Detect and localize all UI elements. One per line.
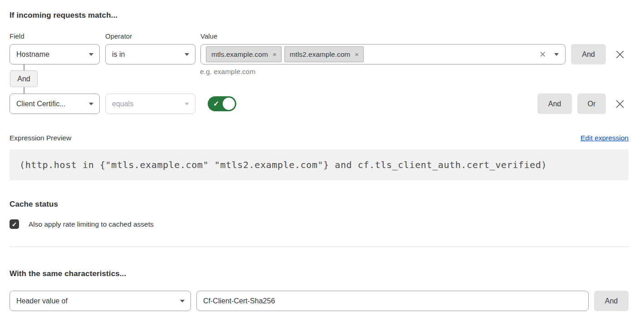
chevron-down-icon xyxy=(185,103,189,105)
field-column-label: Field xyxy=(10,32,105,40)
value-column-label: Value xyxy=(200,32,217,40)
add-characteristic-button[interactable]: And xyxy=(594,291,629,311)
expression-preview-label: Expression Preview xyxy=(10,134,71,142)
check-icon: ✓ xyxy=(213,99,219,108)
cache-checkbox-row: ✓ Also apply rate limiting to cached ass… xyxy=(10,219,629,229)
cache-checkbox[interactable]: ✓ xyxy=(10,219,19,229)
characteristic-select[interactable]: Header value of xyxy=(10,291,191,311)
chevron-down-icon xyxy=(89,53,93,56)
delete-condition-row2-icon[interactable] xyxy=(615,99,624,109)
field-select-row1[interactable]: Hostname xyxy=(10,44,100,64)
add-and-condition-button-row2[interactable]: And xyxy=(537,94,572,114)
expression-code-block: (http.host in {"mtls.example.com" "mtls2… xyxy=(10,149,629,180)
operator-column-label: Operator xyxy=(105,32,200,40)
operator-select-row1[interactable]: is in xyxy=(105,44,195,64)
field-select-row2[interactable]: Client Certific... xyxy=(10,94,100,114)
header-name-input[interactable] xyxy=(196,291,589,311)
chevron-down-icon xyxy=(180,300,185,302)
rule-builder: If incoming requests match... Field Oper… xyxy=(0,0,644,311)
remove-tag-icon[interactable]: × xyxy=(355,51,359,58)
cache-checkbox-label: Also apply rate limiting to cached asset… xyxy=(29,220,154,228)
operator-select-row1-value: is in xyxy=(112,50,125,59)
condition-column-labels: Field Operator Value xyxy=(10,32,629,40)
condition-row-2: Client Certific... equals ✓ And Or xyxy=(10,94,629,114)
connector-and-button[interactable]: And xyxy=(10,70,38,87)
chevron-down-icon xyxy=(185,53,189,56)
field-select-row1-value: Hostname xyxy=(16,50,49,59)
chevron-down-icon xyxy=(89,103,93,105)
operator-select-row2-disabled: equals xyxy=(105,94,195,114)
toggle-knob xyxy=(223,98,235,110)
clear-values-icon[interactable]: ✕ xyxy=(539,50,546,59)
value-tag: mtls.example.com × xyxy=(206,46,282,62)
add-and-condition-button-row1[interactable]: And xyxy=(571,44,606,64)
delete-condition-row1-icon[interactable] xyxy=(615,50,624,59)
edit-expression-link[interactable]: Edit expression xyxy=(581,134,629,142)
operator-select-row2-value: equals xyxy=(112,100,133,108)
expression-preview-header: Expression Preview Edit expression xyxy=(10,134,629,142)
characteristics-title: With the same characteristics... xyxy=(10,269,629,278)
condition-row-1: Hostname is in mtls.example.com × mtls2.… xyxy=(10,44,629,64)
section-divider xyxy=(10,247,629,247)
cert-verified-toggle[interactable]: ✓ xyxy=(208,96,236,111)
value-box-controls: ✕ xyxy=(539,50,559,59)
characteristics-row: Header value of And xyxy=(10,291,629,311)
value-tag-label: mtls2.example.com xyxy=(290,50,351,59)
value-multiselect-row1[interactable]: mtls.example.com × mtls2.example.com × ✕ xyxy=(200,44,566,64)
expression-code: (http.host in {"mtls.example.com" "mtls2… xyxy=(20,159,547,170)
add-or-condition-button-row2[interactable]: Or xyxy=(577,94,606,114)
match-section-title: If incoming requests match... xyxy=(10,11,629,20)
chevron-down-icon[interactable] xyxy=(554,53,559,56)
value-tag: mtls2.example.com × xyxy=(284,46,364,62)
connector-area: And e.g. example.com xyxy=(10,64,629,94)
value-hint-text: e.g. example.com xyxy=(200,68,255,76)
value-tag-label: mtls.example.com xyxy=(211,50,268,59)
cache-status-title: Cache status xyxy=(10,200,629,209)
characteristic-select-value: Header value of xyxy=(16,297,68,305)
remove-tag-icon[interactable]: × xyxy=(273,51,277,58)
field-select-row2-value: Client Certific... xyxy=(16,100,65,108)
